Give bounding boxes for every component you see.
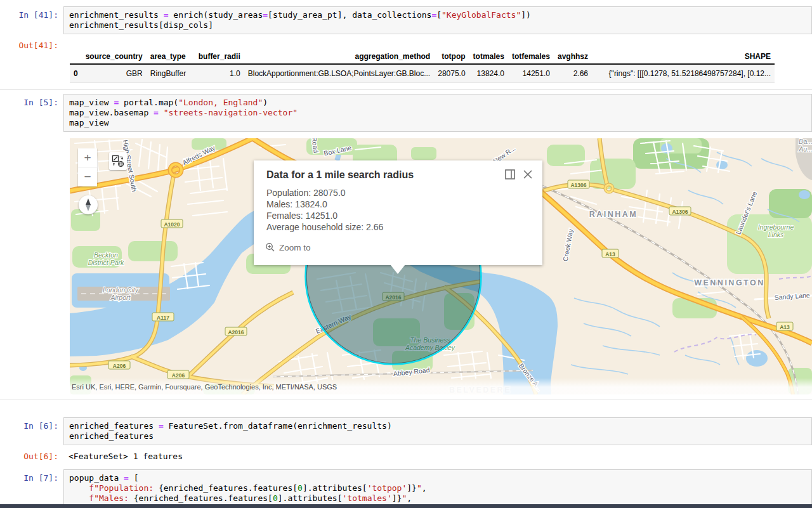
popup-attributes: Population: 28075.0Males: 13824.0Females… (266, 187, 383, 233)
svg-text:A206: A206 (172, 372, 185, 379)
svg-text:A1020: A1020 (164, 221, 180, 228)
in41-code-cell[interactable]: enrichment_results = enrich(study_areas=… (63, 6, 812, 34)
zoom-in-button[interactable]: + (78, 148, 97, 167)
cell-divider (0, 89, 812, 90)
in7-code-cell[interactable]: popup_data = [ f"Population: {enriched_f… (63, 469, 812, 508)
svg-text:A2016: A2016 (228, 329, 244, 335)
map-attribution: Esri UK, Esri, HERE, Garmin, Foursquare,… (70, 378, 812, 394)
compass-needle-icon (79, 195, 98, 214)
svg-text:Airport: Airport (110, 294, 131, 301)
magnifier-plus-icon (265, 242, 275, 252)
zoom-to-action[interactable]: Zoom to (265, 242, 311, 252)
svg-text:Da...: Da... (799, 138, 812, 145)
in6-prompt: In [6]: (0, 421, 58, 431)
svg-text:A13: A13 (605, 251, 615, 257)
svg-text:RAINHAM: RAINHAM (589, 210, 638, 219)
svg-text:A13: A13 (780, 324, 790, 330)
svg-text:Au...: Au... (798, 145, 812, 153)
window-bottom-edge (0, 504, 812, 508)
in7-prompt: In [7]: (0, 473, 58, 483)
compass-button[interactable] (79, 195, 98, 214)
popup-title: Data for a 1 mile search radius (266, 169, 414, 181)
in41-prompt: In [41]: (0, 10, 58, 20)
svg-text:WENNINGTON: WENNINGTON (694, 278, 765, 287)
svg-text:London City: London City (103, 286, 139, 294)
svg-text:Ingrebourne: Ingrebourne (758, 223, 794, 231)
zoom-controls: + − (78, 148, 97, 186)
dataframe-output: source_countryarea_typebuffer_radiiaggre… (70, 49, 775, 83)
screenshot-widget-icon (111, 154, 125, 168)
cell-divider (0, 400, 812, 400)
notebook: In [41]: enrichment_results = enrich(stu… (0, 0, 812, 508)
popup-tail (390, 264, 405, 274)
svg-text:Links: Links (768, 231, 784, 238)
zoom-out-button[interactable]: − (78, 167, 97, 186)
svg-text:Beckton: Beckton (94, 251, 118, 259)
out6-prompt: Out[6]: (0, 452, 58, 461)
svg-text:A1306: A1306 (672, 209, 688, 215)
svg-text:A206: A206 (113, 363, 126, 369)
out41-prompt: Out[41]: (0, 41, 58, 50)
svg-text:A117: A117 (157, 315, 169, 321)
zoom-to-label: Zoom to (279, 243, 311, 252)
in5-code-cell[interactable]: map_view = portal.map("London, England")… (63, 94, 812, 132)
out6-value: <FeatureSet> 1 features (69, 452, 183, 461)
in5-prompt: In [5]: (0, 98, 58, 107)
svg-text:A1306: A1306 (570, 182, 586, 188)
svg-text:District Park: District Park (88, 259, 124, 266)
in6-code-cell[interactable]: enriched_features = FeatureSet.from_data… (63, 417, 812, 445)
map-view[interactable]: A1020A117A206A206A2016A2016A1306A1306A13… (70, 138, 812, 394)
widget-mode-button[interactable] (109, 152, 127, 170)
dock-icon[interactable] (504, 169, 516, 180)
close-icon[interactable] (522, 169, 534, 180)
map-popup: Data for a 1 mile search radius Populati… (254, 160, 542, 265)
